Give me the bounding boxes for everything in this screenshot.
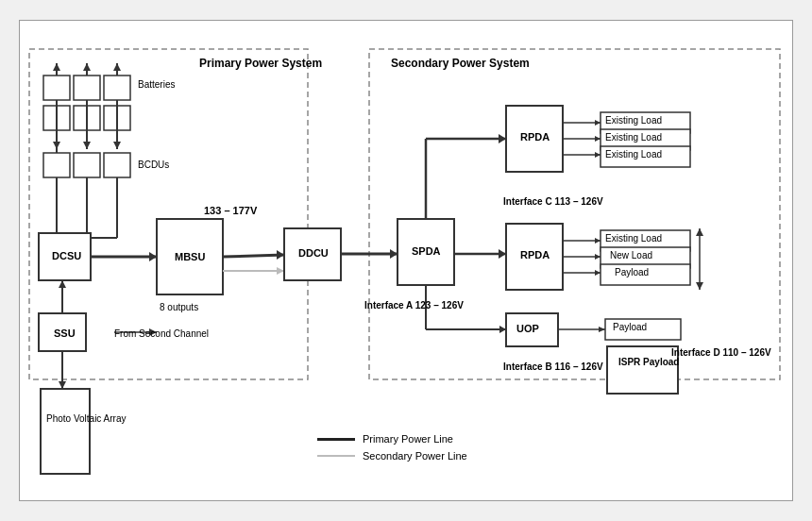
svg-marker-34 [277,250,284,260]
dcsu-label: DCSU [52,250,81,261]
svg-rect-79 [41,389,90,474]
svg-marker-36 [277,267,284,275]
svg-marker-53 [595,120,601,126]
svg-rect-5 [74,106,100,130]
rpda2-label: RPDA [520,249,550,260]
svg-rect-73 [607,346,678,394]
svg-marker-78 [59,381,66,389]
legend: Primary Power Line Secondary Power Line [317,433,467,467]
svg-marker-21 [83,63,91,71]
svg-rect-1 [369,49,780,379]
ddcu-label: DDCU [298,247,329,259]
primary-line-icon [317,438,355,441]
svg-rect-9 [74,153,100,177]
svg-marker-62 [595,238,601,244]
svg-marker-76 [59,280,66,288]
legend-primary: Primary Power Line [317,433,467,445]
svg-marker-15 [83,142,91,149]
svg-rect-8 [43,153,70,177]
svg-marker-66 [595,270,601,276]
rpda1-load2: Existing Load [605,132,662,143]
svg-rect-10 [104,153,130,177]
rpda1-label: RPDA [520,131,550,143]
svg-rect-3 [74,76,100,100]
svg-marker-84 [696,282,703,290]
rpda1-load3: Existing Load [605,149,662,160]
svg-rect-7 [104,106,130,130]
legend-secondary-label: Secondary Power Line [363,450,467,462]
svg-marker-31 [149,252,157,261]
svg-marker-64 [595,254,601,260]
primary-region-label: Primary Power System [199,57,322,72]
legend-secondary: Secondary Power Line [317,450,467,462]
svg-rect-4 [43,106,70,130]
svg-line-33 [223,255,284,257]
rpda2-load1: Existing Load [605,233,662,244]
secondary-line-icon [317,455,355,457]
outputs-label: 8 outputs [160,302,198,312]
svg-marker-55 [595,136,601,142]
connection-lines [20,21,793,501]
uop-label: UOP [516,323,539,334]
svg-marker-12 [53,142,60,149]
pva-label: Photo Voltaic Array [46,412,127,426]
ispr-label: ISPR Payload [618,356,679,368]
svg-marker-48 [499,326,506,333]
secondary-region-label: Secondary Power System [391,57,530,72]
svg-marker-23 [113,63,121,71]
interface-a-label: Interface A 123 – 126V [364,299,464,312]
svg-marker-57 [595,152,601,158]
svg-marker-17 [113,142,121,149]
svg-rect-2 [43,76,70,100]
svg-marker-43 [499,134,506,143]
svg-rect-6 [104,76,130,100]
legend-primary-label: Primary Power Line [363,433,453,445]
spda-label: SPDA [412,245,441,257]
batteries-label: Batteries [138,79,175,90]
svg-marker-19 [53,63,60,71]
ssu-label: SSU [54,328,76,339]
interface-d-label: Interface D 110 – 126V [671,346,771,360]
diagram-container: Primary Power System Secondary Power Sys… [19,20,793,501]
from-second-channel-label: From Second Channel [114,328,209,340]
svg-marker-39 [390,249,398,259]
rpda1-load1: Existing Load [605,115,662,126]
svg-marker-71 [599,327,605,332]
rpda2-load3: Payload [615,267,649,277]
uop-payload-label: Payload [613,322,647,332]
mbsu-label: MBSU [175,251,205,262]
voltage-label: 133 – 177V [204,205,257,216]
svg-marker-83 [696,228,703,236]
bcdus-label: BCDUs [138,160,169,170]
interface-b-label: Interface B 116 – 126V [503,361,603,374]
svg-marker-45 [499,249,506,259]
interface-c-label: Interface C 113 – 126V [503,195,603,209]
rpda2-load2: New Load [610,250,652,260]
